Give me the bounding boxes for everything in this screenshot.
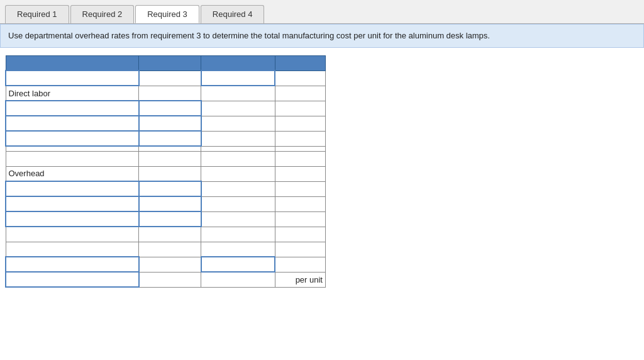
row5-col1-input[interactable] bbox=[6, 132, 138, 145]
row8-col3-input[interactable] bbox=[202, 182, 275, 196]
row5-col3-cell[interactable] bbox=[201, 131, 275, 146]
overhead-col2-input[interactable] bbox=[139, 167, 201, 181]
row10-col4-cell bbox=[275, 211, 325, 227]
row9-col3-cell[interactable] bbox=[201, 196, 275, 211]
row5-col4-cell bbox=[275, 131, 325, 146]
row6-col3-cell bbox=[201, 151, 275, 166]
row13-col1-cell[interactable] bbox=[6, 257, 139, 272]
tab-required-4[interactable]: Required 4 bbox=[201, 5, 265, 23]
row14-col3-cell[interactable] bbox=[201, 272, 275, 287]
table-row: per unit bbox=[6, 272, 326, 287]
row4-col2-cell[interactable] bbox=[139, 116, 201, 131]
row10-col3-cell[interactable] bbox=[201, 211, 275, 227]
table-row bbox=[6, 131, 326, 146]
row1-col1-input[interactable] bbox=[6, 71, 138, 85]
row13-col3-cell[interactable] bbox=[201, 257, 275, 272]
row4-col3-cell[interactable] bbox=[201, 116, 275, 131]
tab-required-2[interactable]: Required 2 bbox=[70, 5, 135, 23]
row9-col3-input[interactable] bbox=[202, 197, 275, 211]
table-row bbox=[6, 181, 326, 196]
row8-col1-cell[interactable] bbox=[6, 181, 139, 196]
row1-col2-input[interactable] bbox=[140, 71, 201, 86]
row3-col3-input[interactable] bbox=[202, 101, 275, 116]
overhead-col3-input[interactable] bbox=[201, 167, 275, 181]
overhead-col3[interactable] bbox=[201, 166, 275, 181]
row13-col3-input[interactable] bbox=[202, 257, 275, 271]
overhead-label: Overhead bbox=[6, 166, 139, 181]
description-banner: Use departmental overhead rates from req… bbox=[0, 24, 644, 48]
row8-col3-cell[interactable] bbox=[201, 181, 275, 196]
row5-col3-input[interactable] bbox=[202, 132, 275, 146]
row1-col4-cell bbox=[275, 70, 325, 86]
table-row bbox=[6, 227, 326, 242]
row10-col2-cell[interactable] bbox=[139, 211, 201, 227]
row1-col1-cell[interactable] bbox=[6, 70, 139, 86]
table-row bbox=[6, 211, 326, 227]
row10-col1-cell[interactable] bbox=[6, 211, 139, 227]
direct-labor-col3[interactable] bbox=[201, 86, 275, 101]
row10-col2-input[interactable] bbox=[140, 212, 201, 226]
table-row bbox=[6, 242, 326, 257]
row13-col2-cell bbox=[139, 257, 201, 272]
spacer-col4 bbox=[275, 146, 325, 151]
row3-col3-cell[interactable] bbox=[201, 101, 275, 116]
overhead-col4 bbox=[275, 166, 325, 181]
spacer-col1 bbox=[6, 146, 139, 151]
direct-labor-col3-input[interactable] bbox=[201, 86, 275, 101]
row13-col1-input[interactable] bbox=[6, 257, 138, 271]
row1-col3-cell[interactable] bbox=[201, 70, 275, 86]
row1-col2-cell[interactable] bbox=[139, 70, 201, 86]
row10-col1-input[interactable] bbox=[6, 212, 138, 226]
row4-col1-input[interactable] bbox=[6, 116, 138, 130]
row1-col3-input[interactable] bbox=[202, 71, 275, 85]
table-row: Overhead bbox=[6, 166, 326, 181]
row5-col2-cell[interactable] bbox=[139, 131, 201, 146]
row4-col3-input[interactable] bbox=[202, 116, 275, 131]
row9-col4-cell bbox=[275, 196, 325, 211]
row4-col2-input[interactable] bbox=[140, 116, 201, 130]
table-container: Direct labor bbox=[0, 48, 644, 293]
direct-labor-col2[interactable] bbox=[139, 86, 201, 101]
row9-col1-cell[interactable] bbox=[6, 196, 139, 211]
row11-col2-cell bbox=[139, 227, 201, 242]
row12-col1-cell bbox=[6, 242, 139, 257]
row11-col3-cell bbox=[201, 227, 275, 242]
page-container: Required 1 Required 2 Required 3 Require… bbox=[0, 0, 644, 360]
row9-col2-input[interactable] bbox=[140, 197, 201, 211]
row8-col2-cell[interactable] bbox=[139, 181, 201, 196]
direct-labor-col2-input[interactable] bbox=[139, 86, 201, 101]
row8-col4-cell bbox=[275, 181, 325, 196]
row14-col2-cell bbox=[139, 272, 201, 287]
table-header-row bbox=[6, 55, 326, 70]
row9-col2-cell[interactable] bbox=[139, 196, 201, 211]
row3-col2-input[interactable] bbox=[140, 101, 201, 115]
row13-col4-cell bbox=[275, 257, 325, 272]
row14-col1-cell[interactable] bbox=[6, 272, 139, 287]
row5-col1-cell[interactable] bbox=[6, 131, 139, 146]
table-row bbox=[6, 257, 326, 272]
tab-required-1[interactable]: Required 1 bbox=[5, 5, 69, 23]
row4-col4-cell bbox=[275, 116, 325, 131]
table-row bbox=[6, 196, 326, 211]
table-row bbox=[6, 101, 326, 116]
row14-col1-input[interactable] bbox=[6, 273, 138, 286]
col-header-3 bbox=[201, 55, 275, 70]
tab-required-3[interactable]: Required 3 bbox=[135, 5, 199, 23]
row8-col2-input[interactable] bbox=[140, 182, 201, 196]
row8-col1-input[interactable] bbox=[6, 182, 138, 196]
table-row: Direct labor bbox=[6, 86, 326, 101]
row3-col1-cell[interactable] bbox=[6, 101, 139, 116]
row5-col2-input[interactable] bbox=[140, 132, 201, 145]
row10-col3-input[interactable] bbox=[202, 212, 275, 227]
row4-col1-cell[interactable] bbox=[6, 116, 139, 131]
row3-col1-input[interactable] bbox=[6, 101, 138, 115]
overhead-col2[interactable] bbox=[139, 166, 201, 181]
row11-col4-cell bbox=[275, 227, 325, 242]
col-header-1 bbox=[6, 55, 139, 70]
spacer-row bbox=[6, 146, 326, 151]
row3-col2-cell[interactable] bbox=[139, 101, 201, 116]
row9-col1-input[interactable] bbox=[6, 197, 138, 211]
direct-labor-col4 bbox=[275, 86, 325, 101]
row12-col2-cell bbox=[139, 242, 201, 257]
row14-col3-input[interactable] bbox=[201, 273, 275, 287]
